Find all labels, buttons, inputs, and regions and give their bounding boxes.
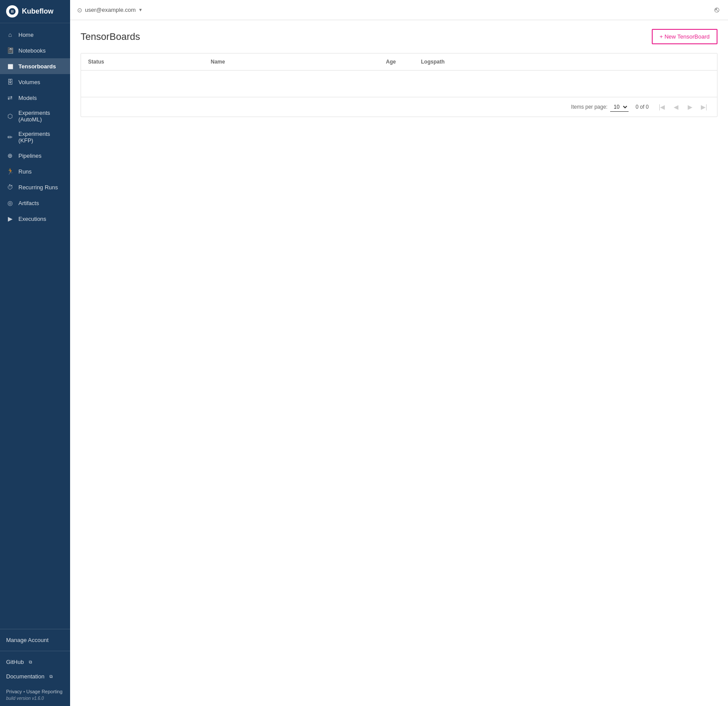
- top-bar-right: ⎋: [713, 4, 721, 16]
- app-name: Kubeflow: [22, 7, 53, 15]
- models-icon: ⇄: [6, 94, 14, 102]
- kubeflow-logo-icon: [6, 5, 18, 18]
- privacy-link[interactable]: Privacy: [6, 689, 22, 694]
- table-header: Status Name Age Logspath: [81, 53, 717, 71]
- documentation-label: Documentation: [6, 673, 44, 680]
- sidebar-item-executions[interactable]: ▶ Executions: [0, 211, 70, 227]
- main-area: ⊙ user@example.com ▼ ⎋ TensorBoards + Ne…: [70, 0, 728, 706]
- sidebar-item-label-volumes: Volumes: [18, 79, 40, 85]
- sidebar-item-label-experiments-kfp: Experiments (KFP): [18, 131, 64, 144]
- column-logspath: Logspath: [414, 53, 717, 70]
- build-info: build version v1.6.0: [6, 696, 64, 701]
- sidebar-item-label-models: Models: [18, 95, 37, 101]
- namespace-icon: ⊙: [77, 7, 82, 14]
- sidebar-item-label-artifacts: Artifacts: [18, 200, 39, 206]
- footer-separator: •: [23, 689, 26, 694]
- pipelines-icon: ⊕: [6, 152, 14, 160]
- github-label: GitHub: [6, 659, 24, 665]
- home-icon: ⌂: [6, 31, 14, 39]
- prev-page-button[interactable]: ◀: [670, 101, 682, 113]
- items-per-page-control: Items per page: 10 25 50: [571, 103, 629, 112]
- sidebar-item-label-runs: Runs: [18, 168, 32, 175]
- footer-links: Privacy • Usage Reporting: [6, 689, 64, 694]
- next-page-button[interactable]: ▶: [684, 101, 696, 113]
- volumes-icon: 🗄: [6, 78, 14, 86]
- executions-icon: ▶: [6, 215, 14, 223]
- sidebar-item-home[interactable]: ⌂ Home: [0, 27, 70, 43]
- sidebar-nav: ⌂ Home 📓 Notebooks ▦ Tensorboards 🗄 Volu…: [0, 23, 70, 625]
- experiments-kfp-icon: ✏: [6, 133, 14, 141]
- logout-icon[interactable]: ⎋: [713, 4, 721, 16]
- sidebar-logo[interactable]: Kubeflow: [0, 0, 70, 23]
- tensorboards-table: Status Name Age Logspath Items per page:…: [81, 53, 717, 117]
- last-page-button[interactable]: ▶|: [698, 101, 710, 113]
- sidebar-item-label-experiments-automl: Experiments (AutoML): [18, 110, 64, 123]
- sidebar-item-label-tensorboards: Tensorboards: [18, 63, 56, 70]
- sidebar-item-label-recurring-runs: Recurring Runs: [18, 184, 58, 191]
- column-name: Name: [204, 53, 379, 70]
- table-body: [81, 71, 717, 97]
- sidebar-item-label-pipelines: Pipelines: [18, 153, 42, 159]
- runs-icon: 🏃: [6, 167, 14, 175]
- sidebar-item-manage-account[interactable]: Manage Account: [0, 633, 70, 647]
- sidebar-item-label-notebooks: Notebooks: [18, 47, 46, 54]
- github-external-icon: ⧉: [29, 660, 32, 665]
- sidebar-item-label-executions: Executions: [18, 216, 46, 222]
- page-title: TensorBoards: [81, 31, 140, 43]
- sidebar-item-tensorboards[interactable]: ▦ Tensorboards: [0, 58, 70, 74]
- documentation-external-icon: ⧉: [49, 674, 53, 679]
- notebooks-icon: 📓: [6, 46, 14, 54]
- pagination-count: 0 of 0: [636, 104, 649, 110]
- sidebar-item-pipelines[interactable]: ⊕ Pipelines: [0, 148, 70, 163]
- artifacts-icon: ◎: [6, 199, 14, 207]
- sidebar-footer: Privacy • Usage Reporting build version …: [0, 684, 70, 706]
- sidebar-divider-1: [0, 629, 70, 629]
- sidebar-item-recurring-runs[interactable]: ⏱ Recurring Runs: [0, 179, 70, 195]
- sidebar-item-volumes[interactable]: 🗄 Volumes: [0, 74, 70, 90]
- column-status: Status: [81, 53, 204, 70]
- top-bar: ⊙ user@example.com ▼ ⎋: [70, 0, 728, 20]
- pagination-nav: |◀ ◀ ▶ ▶|: [656, 101, 710, 113]
- sidebar-item-runs[interactable]: 🏃 Runs: [0, 163, 70, 179]
- sidebar-divider-2: [0, 651, 70, 651]
- page-header: TensorBoards + New TensorBoard: [81, 29, 717, 44]
- sidebar-item-label-home: Home: [18, 32, 34, 38]
- recurring-runs-icon: ⏱: [6, 183, 14, 191]
- tensorboards-icon: ▦: [6, 62, 14, 70]
- sidebar-item-documentation[interactable]: Documentation ⧉: [0, 669, 70, 684]
- items-per-page-select[interactable]: 10 25 50: [610, 103, 629, 112]
- namespace-text: user@example.com: [85, 7, 136, 13]
- new-tensorboard-button[interactable]: + New TensorBoard: [652, 29, 717, 44]
- namespace-selector[interactable]: ⊙ user@example.com ▼: [77, 7, 143, 14]
- sidebar-item-models[interactable]: ⇄ Models: [0, 90, 70, 106]
- sidebar-item-notebooks[interactable]: 📓 Notebooks: [0, 43, 70, 58]
- sidebar-item-experiments-automl[interactable]: ⬡ Experiments (AutoML): [0, 106, 70, 127]
- manage-account-label: Manage Account: [6, 637, 49, 643]
- sidebar-item-experiments-kfp[interactable]: ✏ Experiments (KFP): [0, 127, 70, 148]
- content-area: TensorBoards + New TensorBoard Status Na…: [70, 20, 728, 706]
- first-page-button[interactable]: |◀: [656, 101, 668, 113]
- experiments-automl-icon: ⬡: [6, 112, 14, 120]
- sidebar-item-artifacts[interactable]: ◎ Artifacts: [0, 195, 70, 211]
- column-age: Age: [379, 53, 414, 70]
- sidebar-item-github[interactable]: GitHub ⧉: [0, 655, 70, 669]
- items-per-page-label: Items per page:: [571, 104, 608, 110]
- usage-reporting-link[interactable]: Usage Reporting: [26, 689, 63, 694]
- sidebar: Kubeflow ⌂ Home 📓 Notebooks ▦ Tensorboar…: [0, 0, 70, 706]
- chevron-down-icon: ▼: [138, 7, 143, 12]
- pagination-bar: Items per page: 10 25 50 0 of 0 |◀ ◀ ▶ ▶…: [81, 97, 717, 117]
